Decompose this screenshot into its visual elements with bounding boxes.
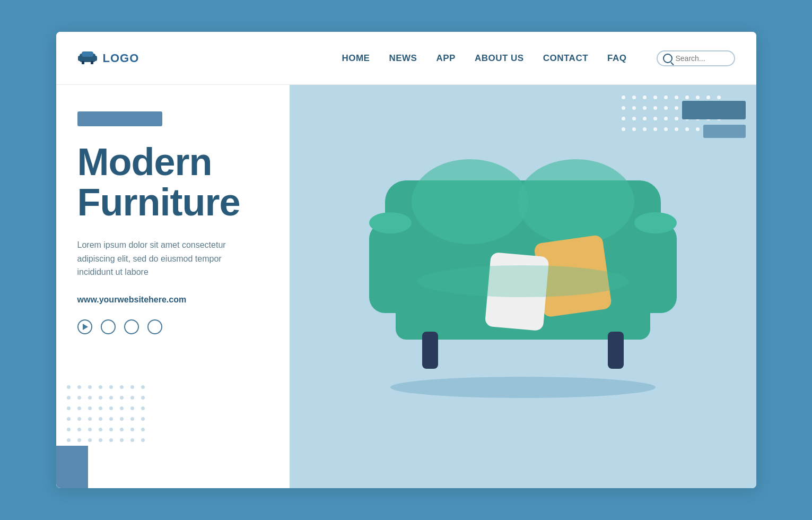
rect-decoration-1: [682, 101, 746, 119]
rect-decoration-2: [703, 125, 746, 138]
decorative-bar: [77, 111, 162, 126]
svg-rect-10: [369, 223, 412, 313]
dots-decoration-bottom: [67, 385, 149, 446]
sofa-illustration: [343, 127, 703, 424]
nav-news[interactable]: NEWS: [389, 53, 417, 64]
hero-title: Modern Furniture: [77, 142, 268, 222]
svg-point-11: [369, 212, 412, 233]
main-nav: HOME NEWS APP ABOUT US CONTACT FAQ: [342, 50, 735, 66]
svg-rect-1: [78, 56, 82, 61]
header: LOGO HOME NEWS APP ABOUT US CONTACT FAQ: [56, 32, 756, 85]
svg-rect-14: [422, 332, 438, 369]
svg-point-8: [518, 159, 634, 244]
social-icon-2[interactable]: [124, 319, 139, 334]
play-button[interactable]: [77, 319, 92, 334]
page-wrapper: LOGO HOME NEWS APP ABOUT US CONTACT FAQ …: [56, 32, 756, 488]
svg-point-18: [417, 265, 629, 297]
search-icon: [663, 54, 673, 63]
website-link[interactable]: www.yourwebsitehere.com: [77, 295, 268, 305]
svg-rect-3: [82, 61, 84, 64]
social-icon-3[interactable]: [147, 319, 162, 334]
nav-app[interactable]: APP: [436, 53, 455, 64]
search-bar[interactable]: [657, 50, 735, 66]
nav-home[interactable]: HOME: [342, 53, 370, 64]
main-content: Modern Furniture Lorem ipsum dolor sit a…: [56, 85, 756, 488]
logo-area: LOGO: [77, 47, 173, 70]
logo-icon: [77, 47, 98, 70]
svg-point-13: [634, 212, 677, 233]
right-panel: [290, 85, 756, 488]
svg-rect-4: [91, 61, 93, 64]
svg-rect-2: [93, 56, 97, 61]
social-icons: [77, 319, 268, 334]
hero-description: Lorem ipsum dolor sit amet consectetur a…: [77, 238, 258, 279]
left-panel: Modern Furniture Lorem ipsum dolor sit a…: [56, 85, 290, 488]
svg-rect-15: [608, 332, 624, 369]
nav-faq[interactable]: FAQ: [607, 53, 626, 64]
svg-rect-12: [634, 223, 677, 313]
social-icon-1[interactable]: [101, 319, 116, 334]
search-input[interactable]: [676, 54, 729, 63]
sofa-shadow: [390, 377, 656, 398]
svg-point-7: [412, 159, 528, 244]
nav-about[interactable]: ABOUT US: [475, 53, 524, 64]
blue-corner-block: [56, 446, 88, 488]
svg-rect-5: [82, 51, 93, 57]
nav-contact[interactable]: CONTACT: [543, 53, 588, 64]
play-icon: [83, 324, 88, 330]
logo-text: LOGO: [103, 51, 139, 65]
